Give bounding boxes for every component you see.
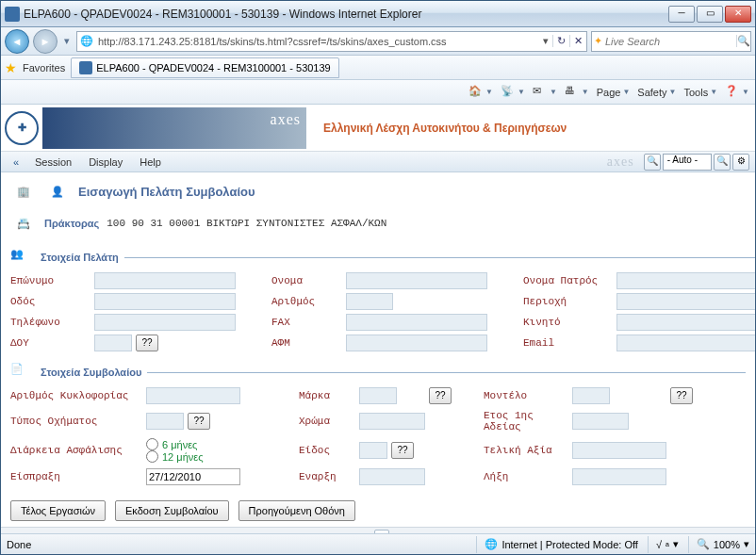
print-button[interactable]: 🖶▼ — [565, 85, 589, 100]
collapse-button[interactable]: « — [7, 154, 25, 171]
lbl-perioxi: Περιοχή — [523, 296, 613, 307]
forward-button[interactable]: ► — [33, 29, 58, 54]
protected-mode-toggle[interactable]: √a ▾ — [648, 536, 679, 553]
search-go-button[interactable]: 🔍 — [736, 35, 750, 47]
address-bar[interactable]: 🌐 ▾ ↻ ✕ — [76, 31, 587, 52]
search-box[interactable]: ✦ 🔍 — [591, 31, 751, 52]
people-icon: 👥 — [10, 248, 35, 269]
input-montelo[interactable] — [572, 387, 610, 404]
issue-contract-button[interactable]: Εκδοση Συμβολαίου — [115, 500, 229, 521]
favorites-star-icon[interactable]: ★ — [5, 60, 17, 75]
url-dropdown[interactable]: ▾ — [539, 35, 552, 47]
building-icon: 🏢 — [10, 178, 37, 204]
maximize-button[interactable]: ▭ — [697, 6, 723, 23]
tools-menu[interactable]: Tools▼ — [683, 87, 717, 98]
home-icon: 🏠 — [468, 85, 484, 100]
minimize-button[interactable]: ─ — [668, 6, 695, 23]
lbl-lixi: Λήξη — [484, 471, 568, 482]
close-button[interactable]: ✕ — [725, 6, 751, 23]
input-eponymo[interactable] — [94, 272, 236, 289]
input-doy[interactable] — [94, 335, 132, 351]
lookup-montelo-button[interactable]: ?? — [670, 387, 693, 404]
lookup-marka-button[interactable]: ?? — [429, 387, 452, 404]
help-button[interactable]: ❓▼ — [725, 85, 749, 100]
input-odos[interactable] — [94, 293, 236, 310]
scrollbar-thumb[interactable] — [374, 530, 389, 534]
input-enarxi[interactable] — [359, 468, 425, 485]
lbl-teliki-axia: Τελική Αξία — [484, 445, 568, 456]
input-lixi[interactable] — [572, 468, 666, 485]
horizontal-scrollbar[interactable] — [1, 527, 755, 533]
lookup-eidos-button[interactable]: ?? — [391, 442, 414, 459]
input-onoma[interactable] — [346, 272, 487, 289]
tab-title: ELPA600 - QPADEV0024 - REM3100001 - 5301… — [96, 62, 330, 73]
page-title: Εισαγωγή Πελάτη Συμβολαίου — [78, 185, 255, 199]
agent-icon: 📇 — [10, 210, 37, 237]
command-bar: 🏠▼ 📡▼ ✉▼ 🖶▼ Page▼ Safety▼ Tools▼ ❓▼ — [1, 80, 755, 105]
search-input[interactable] — [605, 36, 736, 47]
back-button[interactable]: ◄ — [5, 29, 29, 54]
menu-display[interactable]: Display — [81, 155, 130, 170]
agent-row: 📇 Πράκτορας 100 90 31 00001 ΒΙΚΤΩΡΙ ΣΥΝΤ… — [10, 210, 746, 237]
feeds-button[interactable]: 📡▼ — [501, 85, 525, 100]
input-email[interactable] — [616, 335, 755, 351]
app-menubar: « Session Display Help axes 🔍 - Auto - 🔍… — [1, 152, 755, 172]
menu-help[interactable]: Help — [132, 155, 169, 170]
home-button[interactable]: 🏠▼ — [468, 85, 493, 100]
input-tilefono[interactable] — [94, 314, 236, 331]
lbl-typos: Τύπος Οχήματος — [10, 416, 142, 427]
add-user-icon: 👤 — [44, 178, 71, 204]
page-menu[interactable]: Page▼ — [597, 87, 631, 98]
safety-menu[interactable]: Safety▼ — [637, 87, 676, 98]
lbl-doy: ΔΟΥ — [10, 337, 90, 349]
url-input[interactable] — [96, 33, 539, 50]
input-perioxi[interactable] — [616, 293, 755, 310]
help-icon: ❓ — [725, 85, 740, 100]
input-typos[interactable] — [146, 413, 184, 430]
banner-tagline: Ελληνική Λέσχη Αυτοκινήτου & Περιηγήσεων — [323, 122, 567, 135]
history-dropdown[interactable]: ▾ — [61, 30, 73, 53]
stop-button[interactable]: ✕ — [569, 35, 586, 47]
mail-button[interactable]: ✉▼ — [533, 85, 557, 100]
lookup-doy-button[interactable]: ?? — [136, 335, 158, 351]
status-done: Done — [7, 539, 31, 550]
input-eidos[interactable] — [359, 442, 387, 459]
zoom-level[interactable]: 🔍 100% ▾ — [688, 536, 749, 553]
input-afm[interactable] — [346, 335, 487, 351]
menu-session[interactable]: Session — [27, 155, 79, 170]
settings-icon[interactable]: ⚙ — [732, 154, 749, 171]
input-fax[interactable] — [346, 314, 487, 331]
radio-12-months[interactable]: 12 μήνες — [146, 450, 240, 463]
security-zone[interactable]: 🌐 Internet | Protected Mode: Off — [476, 536, 638, 553]
input-arithmos[interactable] — [346, 293, 393, 310]
previous-screen-button[interactable]: Προηγούμενη Οθόνη — [238, 500, 355, 521]
window-titlebar: ELPA600 - QPADEV0024 - REM3100001 - 5301… — [1, 1, 755, 27]
radio-6-months[interactable]: 6 μήνες — [146, 438, 240, 450]
lookup-typos-button[interactable]: ?? — [188, 413, 210, 430]
lbl-kinito: Κινητό — [523, 317, 613, 328]
window-title: ELPA600 - QPADEV0024 - REM3100001 - 5301… — [24, 8, 668, 21]
input-kinito[interactable] — [616, 314, 755, 331]
nav-toolbar: ◄ ► ▾ 🌐 ▾ ↻ ✕ ✦ 🔍 — [1, 27, 755, 56]
favorites-label[interactable]: Favorites — [23, 62, 65, 73]
input-onoma-patros[interactable] — [616, 272, 755, 289]
input-etos-adeias[interactable] — [572, 413, 629, 430]
lbl-montelo: Μοντέλο — [484, 390, 568, 401]
lbl-tilefono: Τηλέφωνο — [10, 317, 90, 328]
agent-value: 100 90 31 00001 ΒΙΚΤΩΡΙ ΣΥΝΤΟΝΙΣΤΕΣ ΑΣΦΑ… — [107, 218, 386, 229]
input-xroma[interactable] — [359, 413, 425, 430]
refresh-button[interactable]: ↻ — [552, 35, 569, 47]
browser-tab[interactable]: ELPA600 - QPADEV0024 - REM3100001 - 5301… — [71, 57, 338, 78]
lbl-xroma: Χρώμα — [299, 416, 355, 427]
input-marka[interactable] — [359, 387, 397, 404]
input-arithmos-kykl[interactable] — [146, 387, 240, 404]
input-teliki-axia[interactable] — [572, 442, 666, 459]
contract-legend: Στοιχεία Συμβολαίου — [41, 367, 141, 378]
zoom-out-button[interactable]: 🔍 — [714, 154, 731, 171]
input-eispraxi[interactable] — [146, 468, 240, 485]
zoom-mode-select[interactable]: - Auto - — [663, 154, 712, 171]
zoom-fit-button[interactable]: 🔍 — [644, 154, 661, 171]
lbl-eispraxi: Είσπραξη — [10, 471, 142, 482]
end-task-button[interactable]: Τέλος Εργασιών — [10, 500, 106, 521]
lbl-diarkeia: Διάρκεια Ασφάλισης — [10, 445, 142, 456]
